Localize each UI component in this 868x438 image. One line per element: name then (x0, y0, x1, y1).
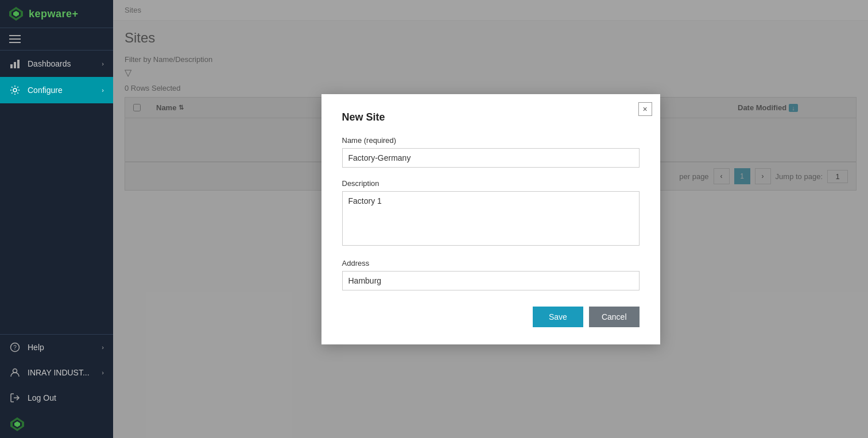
dashboards-label: Dashboards (28, 59, 102, 68)
cancel-button[interactable]: Cancel (589, 307, 640, 327)
configure-label: Configure (28, 86, 102, 95)
user-icon (9, 367, 21, 378)
sidebar-logo-bottom (0, 410, 113, 438)
sidebar-bottom: ? Help › INRAY INDUST... › (0, 334, 113, 438)
help-icon: ? (9, 342, 21, 353)
gear-icon (9, 84, 21, 96)
logout-icon (9, 392, 21, 404)
logo-area: kepware+ (0, 0, 113, 28)
modal-overlay: × New Site Name (required) Description F… (113, 0, 868, 438)
main-content: Sites Sites Filter by Name/Description ▽… (113, 0, 868, 438)
logo-text: kepware+ (29, 8, 79, 20)
sidebar: kepware+ Dashboards › (0, 0, 113, 438)
modal-title: New Site (342, 111, 640, 123)
modal-close-button[interactable]: × (638, 102, 652, 116)
hamburger-menu[interactable] (0, 28, 113, 50)
sidebar-item-company[interactable]: INRAY INDUST... › (0, 360, 113, 385)
help-arrow: › (102, 344, 104, 351)
name-label: Name (required) (342, 136, 640, 145)
description-form-group: Description Factory 1 (342, 179, 640, 247)
company-arrow: › (102, 369, 104, 376)
sidebar-item-help[interactable]: ? Help › (0, 335, 113, 360)
save-button[interactable]: Save (533, 307, 583, 327)
new-site-modal: × New Site Name (required) Description F… (321, 94, 660, 344)
description-label: Description (342, 179, 640, 188)
address-label: Address (342, 259, 640, 268)
sidebar-item-configure[interactable]: Configure › (0, 77, 113, 103)
help-label: Help (28, 343, 102, 352)
name-input[interactable] (342, 148, 640, 168)
description-textarea[interactable]: Factory 1 (342, 191, 640, 246)
chart-icon (9, 58, 21, 69)
configure-arrow: › (102, 87, 104, 94)
hamburger-icon (9, 35, 21, 43)
company-label: INRAY INDUST... (28, 368, 102, 377)
sidebar-item-logout[interactable]: Log Out (0, 385, 113, 410)
kepware-bottom-icon (9, 416, 25, 432)
sidebar-nav: Dashboards › Configure › (0, 51, 113, 334)
kepware-logo-icon (8, 6, 24, 22)
sidebar-item-dashboards[interactable]: Dashboards › (0, 51, 113, 77)
svg-rect-5 (17, 60, 20, 68)
name-form-group: Name (required) (342, 136, 640, 168)
svg-text:?: ? (13, 344, 17, 351)
svg-rect-4 (14, 62, 16, 68)
svg-point-6 (13, 88, 17, 92)
dashboards-arrow: › (102, 60, 104, 67)
logout-label: Log Out (28, 393, 104, 402)
address-form-group: Address (342, 259, 640, 290)
svg-rect-3 (10, 64, 13, 68)
modal-actions: Save Cancel (342, 307, 640, 327)
address-input[interactable] (342, 271, 640, 290)
